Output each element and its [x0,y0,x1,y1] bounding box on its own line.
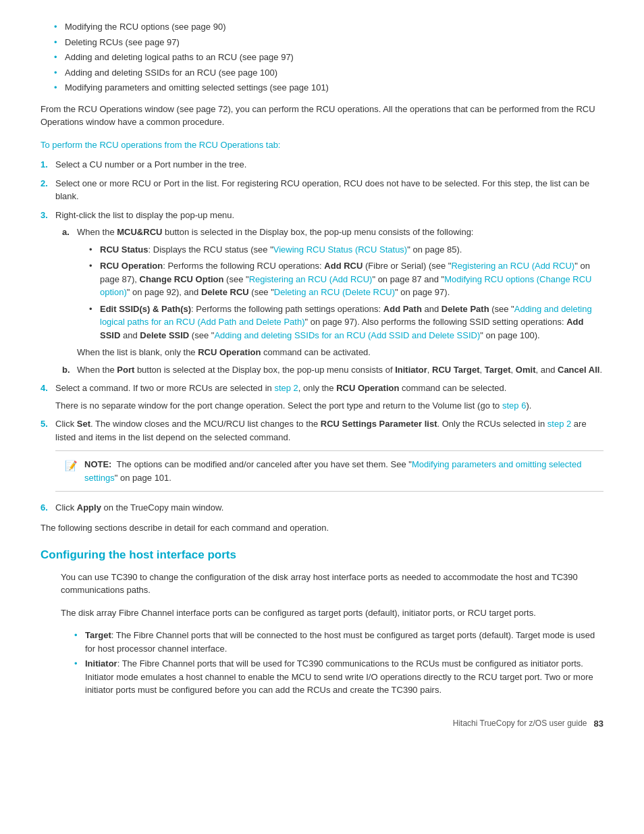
note-icon: 📝 [65,459,78,474]
bullet-item-1: Modifying the RCU options (see page 90) [54,20,603,34]
bullet-rcu-operation: RCU Operation: Performs the following RC… [89,259,603,299]
bullet-rcu-status: RCU Status: Displays the RCU status (see… [89,243,603,257]
step-3: 3. Right-click the list to display the p… [41,209,603,377]
step-5: 5. Click Set. The window closes and the … [41,417,603,492]
footer-text: Hitachi TrueCopy for z/OS user guide [453,717,587,729]
section-bullet-initiator: Initiator: The Fibre Channel ports that … [74,657,603,697]
step-1: 1. Select a CU number or a Port number i… [41,158,603,172]
bullet-item-2: Deleting RCUs (see page 97) [54,36,603,49]
section-para2: The disk array Fibre Channel interface p… [61,606,603,620]
step-6: 6. Click Apply on the TrueCopy main wind… [41,501,603,515]
top-bullet-list: Modifying the RCU options (see page 90) … [54,20,603,95]
bullet-edit-ssid: Edit SSID(s) & Path(s): Performs the fol… [89,303,603,342]
steps-list: 1. Select a CU number or a Port number i… [41,158,603,515]
section-title: Configuring the host interface ports [41,546,603,564]
step-3a: a. When the MCU&RCU button is selected i… [62,226,603,359]
section-bullet-list: Target: The Fibre Channel ports that wil… [74,629,603,697]
intro-paragraph: From the RCU Operations window (see page… [41,103,603,129]
step-4: 4. Select a command. If two or more RCUs… [41,382,603,412]
step-2: 2. Select one or more RCU or Port in the… [41,177,603,203]
bullet-item-3: Adding and deleting logical paths to an … [54,51,603,64]
section-para1: You can use TC390 to change the configur… [61,571,603,597]
page-number: 83 [594,717,603,731]
note-box: 📝 NOTE: The options can be modified and/… [55,450,603,492]
bullet-item-4: Adding and deleting SSIDs for an RCU (se… [54,66,603,80]
section-content: You can use TC390 to change the configur… [61,571,603,697]
procedure-header: To perform the RCU operations from the R… [41,138,603,152]
section-bullet-target: Target: The Fibre Channel ports that wil… [74,629,603,655]
after-steps: The following sections describe in detai… [41,521,603,535]
step-3a-bullets: RCU Status: Displays the RCU status (see… [89,243,603,342]
sub-alpha-list: a. When the MCU&RCU button is selected i… [62,226,603,376]
bullet-item-5: Modifying parameters and omitting select… [54,81,603,95]
footer: Hitachi TrueCopy for z/OS user guide 83 [41,717,603,731]
step-3b: b. When the Port button is selected at t… [62,363,603,377]
